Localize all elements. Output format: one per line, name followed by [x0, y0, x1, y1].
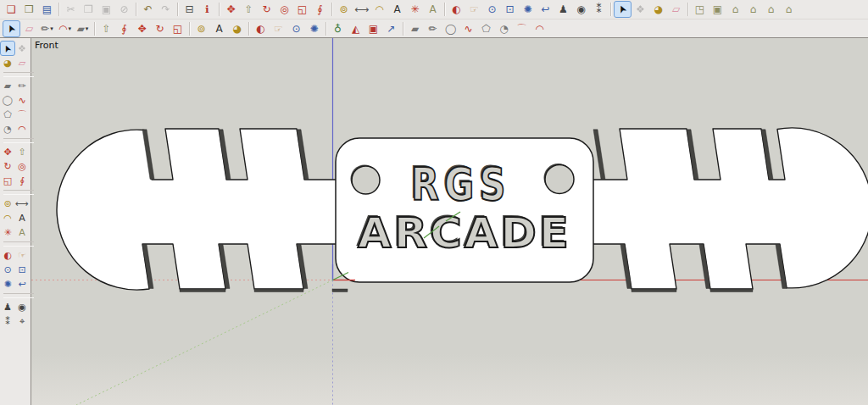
arc-tool-button[interactable]: ◠▾: [57, 21, 73, 36]
pan-tool-button[interactable]: ☞: [466, 2, 482, 17]
circle-tool-button[interactable]: ◯: [442, 21, 459, 36]
tape-measure-tool-button[interactable]: ⊚: [336, 2, 352, 17]
arc-tool-dropdown-arrow-icon[interactable]: ▾: [68, 25, 71, 32]
back-view-button[interactable]: ⌂: [763, 2, 779, 17]
rectangle-tool-button[interactable]: ▰: [407, 21, 423, 36]
pan-tool-button[interactable]: ☞: [270, 21, 287, 36]
zoom-extents-tool-button[interactable]: ✺: [520, 2, 536, 17]
preview-model-button[interactable]: ↗: [383, 21, 399, 36]
paint-bucket-tool-button[interactable]: ◕: [229, 21, 245, 36]
move-tool-button[interactable]: ✥: [223, 2, 239, 17]
paste-button[interactable]: ▣: [98, 2, 114, 17]
strap-hole-right[interactable]: [545, 165, 574, 194]
engraving-line2[interactable]: ARCADE: [358, 208, 571, 258]
photo-textures-button[interactable]: ▣: [365, 21, 381, 36]
orbit-tool-button[interactable]: ◐: [1, 248, 14, 262]
strap-hole-left[interactable]: [352, 166, 380, 194]
3pt-arc-tool-button[interactable]: ◠: [531, 21, 548, 36]
dimension-tool-button[interactable]: ⟷: [353, 2, 370, 17]
walk-tool-button[interactable]: ⁑: [591, 2, 607, 17]
pie-tool-button[interactable]: ◔: [496, 21, 512, 36]
rotate-tool-button[interactable]: ↻: [1, 159, 14, 173]
offset-tool-button[interactable]: ◎: [276, 2, 292, 17]
move-tool-button[interactable]: ✥: [134, 21, 150, 36]
undo-button[interactable]: ↶: [140, 2, 156, 17]
line-tool-button[interactable]: ✏▾: [39, 21, 55, 36]
drawing-canvas[interactable]: Front: [31, 38, 868, 405]
scale-tool-button[interactable]: ◱: [294, 2, 310, 17]
make-component-button[interactable]: ❖: [632, 2, 648, 17]
axes-tool-button[interactable]: ✳: [407, 2, 423, 17]
2pt-arc-tool-button[interactable]: ⌒: [514, 21, 530, 36]
paint-bucket-tool-button[interactable]: ◕: [650, 2, 666, 17]
polygon-tool-button[interactable]: ⬠: [1, 108, 14, 121]
line-tool-dropdown-arrow-icon[interactable]: ▾: [50, 25, 53, 32]
follow-me-tool-button[interactable]: ∮: [312, 2, 328, 17]
zoom-window-tool-button[interactable]: ⊡: [15, 263, 29, 276]
polygon-tool-button[interactable]: ⬠: [478, 21, 494, 36]
look-around-tool-button[interactable]: ◉: [573, 2, 589, 17]
model-info-button[interactable]: ℹ: [199, 2, 215, 17]
section-plane-tool-button[interactable]: ⌖: [15, 314, 29, 328]
3d-text-tool-button[interactable]: A: [15, 225, 29, 239]
line-tool-button[interactable]: ✏: [15, 79, 29, 92]
previous-view-button[interactable]: ↩: [537, 2, 554, 17]
redo-button[interactable]: ↷: [158, 2, 174, 17]
zoom-tool-button[interactable]: ⊙: [1, 263, 14, 276]
text-tool-button[interactable]: A: [15, 211, 29, 225]
orbit-tool-button[interactable]: ◐: [253, 21, 269, 36]
scale-tool-button[interactable]: ◱: [170, 21, 186, 36]
zoom-tool-button[interactable]: ⊙: [288, 21, 304, 36]
add-location-button[interactable]: ♁: [330, 21, 346, 36]
right-view-button[interactable]: ⌂: [745, 2, 761, 17]
dimension-tool-button[interactable]: ⟷: [15, 197, 29, 210]
print-button[interactable]: ⊟: [181, 2, 198, 17]
engraving-line1[interactable]: RGS: [411, 158, 511, 210]
zoom-window-tool-button[interactable]: ⊡: [502, 2, 518, 17]
freehand-tool-button[interactable]: ∿: [15, 93, 29, 107]
push-pull-tool-button[interactable]: ⇧: [241, 2, 257, 17]
follow-me-tool-button[interactable]: ∮: [116, 21, 132, 36]
push-pull-tool-button[interactable]: ⇧: [98, 21, 114, 36]
protractor-tool-button[interactable]: ◠: [1, 211, 14, 225]
line-tool-button[interactable]: ✏: [425, 21, 441, 36]
look-around-tool-button[interactable]: ◉: [15, 300, 29, 313]
eraser-tool-button[interactable]: ▱: [21, 21, 37, 36]
pie-tool-button[interactable]: ◔: [1, 122, 14, 136]
protractor-tool-button[interactable]: ◠: [371, 2, 387, 17]
select-tool-button[interactable]: ➤: [615, 2, 631, 17]
text-tool-button[interactable]: A: [211, 21, 227, 36]
offset-tool-button[interactable]: ◎: [15, 159, 29, 173]
eraser-tool-button[interactable]: ▱: [668, 2, 684, 17]
walk-tool-button[interactable]: ⁑: [1, 314, 14, 328]
select-tool-button[interactable]: ➤: [3, 21, 19, 36]
tape-measure-tool-button[interactable]: ⊚: [1, 197, 14, 210]
orbit-tool-button[interactable]: ◐: [448, 2, 465, 17]
position-camera-tool-button[interactable]: ♟: [555, 2, 571, 17]
text-tool-button[interactable]: A: [389, 2, 405, 17]
circle-tool-button[interactable]: ◯: [1, 93, 14, 107]
rectangle-tool-button[interactable]: ▰▾: [75, 21, 91, 36]
top-view-button[interactable]: ▣: [709, 2, 726, 17]
freehand-tool-button[interactable]: ∿: [460, 21, 476, 36]
make-component-button[interactable]: ❖: [15, 42, 29, 55]
save-model-button[interactable]: ▤: [39, 2, 55, 17]
zoom-tool-button[interactable]: ⊙: [484, 2, 500, 17]
rotate-tool-button[interactable]: ↻: [259, 2, 275, 17]
open-model-button[interactable]: ❒: [21, 2, 37, 17]
previous-view-button[interactable]: ↩: [15, 277, 29, 291]
rectangle-tool-dropdown-arrow-icon[interactable]: ▾: [86, 25, 89, 32]
cut-button[interactable]: ✂: [63, 2, 79, 17]
scale-tool-button[interactable]: ◱: [1, 174, 14, 187]
tape-measure-tool-button[interactable]: ⊚: [193, 21, 209, 36]
rotate-tool-button[interactable]: ↻: [152, 21, 168, 36]
select-tool-button[interactable]: ➤: [1, 42, 14, 55]
2pt-arc-tool-button[interactable]: ⌒: [15, 108, 29, 121]
toggle-terrain-button[interactable]: ◭: [348, 21, 364, 36]
3d-text-tool-button[interactable]: A: [425, 2, 441, 17]
eraser-tool-button[interactable]: ▱: [15, 56, 29, 69]
zoom-extents-tool-button[interactable]: ✺: [306, 21, 322, 36]
pan-tool-button[interactable]: ☞: [15, 248, 29, 262]
axes-tool-button[interactable]: ✳: [1, 225, 14, 239]
left-view-button[interactable]: ⌂: [781, 2, 797, 17]
